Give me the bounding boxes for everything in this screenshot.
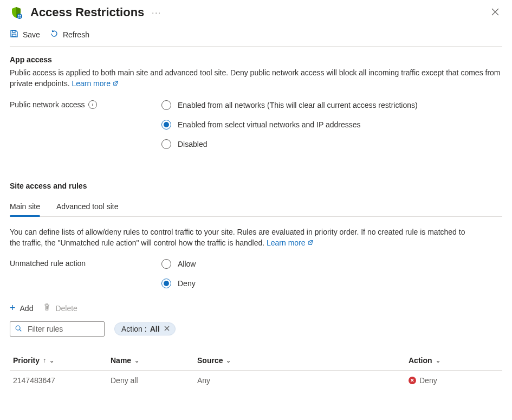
table-row[interactable]: 2147483647 Deny all Any ✕ Deny	[10, 371, 502, 390]
more-button[interactable]: ···	[152, 6, 161, 19]
svg-rect-4	[20, 17, 21, 18]
svg-line-8	[20, 329, 21, 331]
svg-rect-6	[12, 34, 16, 36]
cell-priority: 2147483647	[13, 376, 111, 385]
save-button[interactable]: Save	[10, 29, 40, 40]
save-icon	[10, 29, 18, 40]
site-rules-learn-more[interactable]: Learn more	[267, 238, 314, 247]
radio-icon	[161, 139, 171, 149]
refresh-label: Refresh	[63, 30, 89, 39]
app-access-title: App access	[10, 55, 502, 64]
svg-rect-5	[12, 30, 15, 33]
radio-icon	[161, 100, 171, 110]
page-title: Access Restrictions	[30, 5, 144, 20]
site-rules-desc: You can define lists of allow/deny rules…	[10, 227, 502, 249]
close-button[interactable]	[491, 7, 499, 18]
save-label: Save	[23, 30, 40, 39]
chevron-down-icon: ⌄	[49, 357, 54, 364]
add-button[interactable]: + Add	[10, 302, 33, 314]
site-rules-tabs: Main site Advanced tool site	[10, 198, 502, 217]
info-icon[interactable]: i	[88, 100, 97, 109]
external-link-icon	[308, 237, 314, 248]
radio-icon	[161, 120, 171, 130]
svg-point-7	[16, 326, 20, 330]
shield-icon	[10, 6, 23, 19]
search-icon	[15, 325, 22, 334]
radio-enabled-select[interactable]: Enabled from select virtual networks and…	[161, 120, 418, 130]
app-access-learn-more[interactable]: Learn more	[72, 79, 119, 88]
tab-main-site[interactable]: Main site	[10, 198, 40, 216]
svg-point-0	[17, 14, 22, 19]
public-network-access-label: Public network access i	[10, 100, 161, 109]
chevron-down-icon: ⌄	[436, 357, 440, 364]
chevron-down-icon: ⌄	[226, 357, 231, 364]
rules-table: Priority ↑ ⌄ Name ⌄ Source ⌄ Action ⌄ 21…	[10, 351, 502, 390]
col-action[interactable]: Action ⌄	[409, 356, 484, 365]
chip-clear-icon[interactable]	[164, 325, 170, 333]
table-header: Priority ↑ ⌄ Name ⌄ Source ⌄ Action ⌄	[10, 351, 502, 371]
action-filter-chip[interactable]: Action : All	[114, 322, 176, 335]
toolbar: Save Refresh	[10, 29, 502, 47]
col-priority[interactable]: Priority ↑ ⌄	[13, 356, 111, 365]
radio-icon	[161, 279, 171, 288]
filter-rules-input[interactable]	[27, 324, 100, 334]
external-link-icon	[113, 78, 119, 89]
plus-icon: +	[10, 302, 16, 314]
sort-asc-icon: ↑	[43, 357, 46, 364]
radio-allow[interactable]: Allow	[161, 259, 196, 269]
radio-enabled-all[interactable]: Enabled from all networks (This will cle…	[161, 100, 418, 110]
cell-source: Any	[197, 376, 409, 385]
radio-disabled[interactable]: Disabled	[161, 139, 418, 149]
public-network-access-radios: Enabled from all networks (This will cle…	[161, 100, 418, 149]
chevron-down-icon: ⌄	[134, 357, 139, 364]
cell-name: Deny all	[111, 376, 197, 385]
col-source[interactable]: Source ⌄	[197, 356, 409, 365]
radio-deny[interactable]: Deny	[161, 279, 196, 288]
delete-button[interactable]: Delete	[43, 303, 77, 313]
app-access-desc: Public access is applied to both main si…	[10, 67, 502, 89]
deny-icon: ✕	[409, 377, 416, 384]
svg-rect-2	[20, 15, 21, 16]
unmatched-rule-action-label: Unmatched rule action	[10, 259, 161, 268]
radio-icon	[161, 259, 171, 269]
site-rules-title: Site access and rules	[10, 182, 502, 190]
unmatched-rule-action-radios: Allow Deny	[161, 259, 196, 288]
svg-rect-1	[18, 15, 20, 16]
cell-action: ✕ Deny	[409, 376, 484, 385]
refresh-icon	[50, 29, 59, 40]
col-name[interactable]: Name ⌄	[111, 356, 197, 365]
filter-rules-box[interactable]	[10, 321, 105, 337]
refresh-button[interactable]: Refresh	[50, 29, 89, 40]
svg-rect-3	[18, 17, 20, 18]
trash-icon	[43, 303, 51, 313]
close-icon	[491, 8, 499, 16]
tab-advanced-tool-site[interactable]: Advanced tool site	[56, 198, 118, 216]
